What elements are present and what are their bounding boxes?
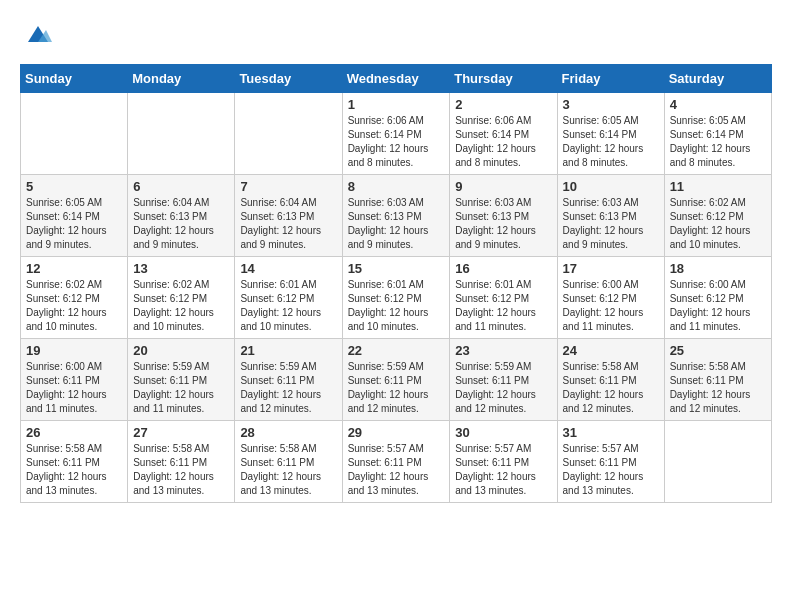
day-number: 5 xyxy=(26,179,122,194)
day-number: 31 xyxy=(563,425,659,440)
day-number: 14 xyxy=(240,261,336,276)
header-row: SundayMondayTuesdayWednesdayThursdayFrid… xyxy=(21,65,772,93)
day-info: Sunrise: 6:01 AM Sunset: 6:12 PM Dayligh… xyxy=(348,278,445,334)
day-number: 16 xyxy=(455,261,551,276)
day-number: 20 xyxy=(133,343,229,358)
day-number: 15 xyxy=(348,261,445,276)
calendar-cell: 26Sunrise: 5:58 AM Sunset: 6:11 PM Dayli… xyxy=(21,421,128,503)
day-info: Sunrise: 5:58 AM Sunset: 6:11 PM Dayligh… xyxy=(670,360,766,416)
day-info: Sunrise: 5:58 AM Sunset: 6:11 PM Dayligh… xyxy=(26,442,122,498)
day-info: Sunrise: 6:01 AM Sunset: 6:12 PM Dayligh… xyxy=(455,278,551,334)
calendar-cell: 9Sunrise: 6:03 AM Sunset: 6:13 PM Daylig… xyxy=(450,175,557,257)
day-info: Sunrise: 6:00 AM Sunset: 6:11 PM Dayligh… xyxy=(26,360,122,416)
week-row-1: 1Sunrise: 6:06 AM Sunset: 6:14 PM Daylig… xyxy=(21,93,772,175)
calendar-cell: 28Sunrise: 5:58 AM Sunset: 6:11 PM Dayli… xyxy=(235,421,342,503)
calendar-cell: 10Sunrise: 6:03 AM Sunset: 6:13 PM Dayli… xyxy=(557,175,664,257)
day-number: 29 xyxy=(348,425,445,440)
calendar-cell: 18Sunrise: 6:00 AM Sunset: 6:12 PM Dayli… xyxy=(664,257,771,339)
day-number: 9 xyxy=(455,179,551,194)
day-number: 28 xyxy=(240,425,336,440)
day-info: Sunrise: 6:06 AM Sunset: 6:14 PM Dayligh… xyxy=(348,114,445,170)
day-info: Sunrise: 5:58 AM Sunset: 6:11 PM Dayligh… xyxy=(563,360,659,416)
calendar-cell: 17Sunrise: 6:00 AM Sunset: 6:12 PM Dayli… xyxy=(557,257,664,339)
calendar-cell: 30Sunrise: 5:57 AM Sunset: 6:11 PM Dayli… xyxy=(450,421,557,503)
day-number: 24 xyxy=(563,343,659,358)
day-info: Sunrise: 6:00 AM Sunset: 6:12 PM Dayligh… xyxy=(563,278,659,334)
calendar-cell: 25Sunrise: 5:58 AM Sunset: 6:11 PM Dayli… xyxy=(664,339,771,421)
day-number: 13 xyxy=(133,261,229,276)
day-header-tuesday: Tuesday xyxy=(235,65,342,93)
calendar-cell: 20Sunrise: 5:59 AM Sunset: 6:11 PM Dayli… xyxy=(128,339,235,421)
day-number: 22 xyxy=(348,343,445,358)
day-info: Sunrise: 6:03 AM Sunset: 6:13 PM Dayligh… xyxy=(348,196,445,252)
day-info: Sunrise: 5:57 AM Sunset: 6:11 PM Dayligh… xyxy=(563,442,659,498)
calendar-cell: 7Sunrise: 6:04 AM Sunset: 6:13 PM Daylig… xyxy=(235,175,342,257)
day-number: 3 xyxy=(563,97,659,112)
day-header-monday: Monday xyxy=(128,65,235,93)
day-number: 8 xyxy=(348,179,445,194)
calendar-cell: 13Sunrise: 6:02 AM Sunset: 6:12 PM Dayli… xyxy=(128,257,235,339)
day-number: 27 xyxy=(133,425,229,440)
day-info: Sunrise: 6:02 AM Sunset: 6:12 PM Dayligh… xyxy=(670,196,766,252)
day-info: Sunrise: 5:57 AM Sunset: 6:11 PM Dayligh… xyxy=(455,442,551,498)
day-info: Sunrise: 6:00 AM Sunset: 6:12 PM Dayligh… xyxy=(670,278,766,334)
day-info: Sunrise: 6:03 AM Sunset: 6:13 PM Dayligh… xyxy=(563,196,659,252)
day-number: 25 xyxy=(670,343,766,358)
day-info: Sunrise: 5:57 AM Sunset: 6:11 PM Dayligh… xyxy=(348,442,445,498)
day-info: Sunrise: 5:59 AM Sunset: 6:11 PM Dayligh… xyxy=(240,360,336,416)
day-info: Sunrise: 5:58 AM Sunset: 6:11 PM Dayligh… xyxy=(240,442,336,498)
calendar-cell: 31Sunrise: 5:57 AM Sunset: 6:11 PM Dayli… xyxy=(557,421,664,503)
calendar-cell: 22Sunrise: 5:59 AM Sunset: 6:11 PM Dayli… xyxy=(342,339,450,421)
day-info: Sunrise: 6:06 AM Sunset: 6:14 PM Dayligh… xyxy=(455,114,551,170)
day-number: 7 xyxy=(240,179,336,194)
calendar-cell: 11Sunrise: 6:02 AM Sunset: 6:12 PM Dayli… xyxy=(664,175,771,257)
calendar-cell: 3Sunrise: 6:05 AM Sunset: 6:14 PM Daylig… xyxy=(557,93,664,175)
logo-icon xyxy=(24,20,52,48)
day-info: Sunrise: 6:05 AM Sunset: 6:14 PM Dayligh… xyxy=(563,114,659,170)
day-info: Sunrise: 6:02 AM Sunset: 6:12 PM Dayligh… xyxy=(26,278,122,334)
day-number: 2 xyxy=(455,97,551,112)
logo xyxy=(20,20,52,48)
calendar-cell: 14Sunrise: 6:01 AM Sunset: 6:12 PM Dayli… xyxy=(235,257,342,339)
day-number: 10 xyxy=(563,179,659,194)
day-number: 19 xyxy=(26,343,122,358)
calendar-cell: 29Sunrise: 5:57 AM Sunset: 6:11 PM Dayli… xyxy=(342,421,450,503)
day-number: 18 xyxy=(670,261,766,276)
day-number: 21 xyxy=(240,343,336,358)
day-info: Sunrise: 5:58 AM Sunset: 6:11 PM Dayligh… xyxy=(133,442,229,498)
calendar-cell: 12Sunrise: 6:02 AM Sunset: 6:12 PM Dayli… xyxy=(21,257,128,339)
day-header-wednesday: Wednesday xyxy=(342,65,450,93)
calendar-cell: 2Sunrise: 6:06 AM Sunset: 6:14 PM Daylig… xyxy=(450,93,557,175)
calendar-cell: 5Sunrise: 6:05 AM Sunset: 6:14 PM Daylig… xyxy=(21,175,128,257)
day-info: Sunrise: 6:04 AM Sunset: 6:13 PM Dayligh… xyxy=(240,196,336,252)
day-info: Sunrise: 6:05 AM Sunset: 6:14 PM Dayligh… xyxy=(26,196,122,252)
calendar-cell xyxy=(664,421,771,503)
day-number: 6 xyxy=(133,179,229,194)
day-info: Sunrise: 6:01 AM Sunset: 6:12 PM Dayligh… xyxy=(240,278,336,334)
day-header-saturday: Saturday xyxy=(664,65,771,93)
day-info: Sunrise: 5:59 AM Sunset: 6:11 PM Dayligh… xyxy=(348,360,445,416)
day-info: Sunrise: 6:03 AM Sunset: 6:13 PM Dayligh… xyxy=(455,196,551,252)
week-row-5: 26Sunrise: 5:58 AM Sunset: 6:11 PM Dayli… xyxy=(21,421,772,503)
calendar-cell: 21Sunrise: 5:59 AM Sunset: 6:11 PM Dayli… xyxy=(235,339,342,421)
week-row-4: 19Sunrise: 6:00 AM Sunset: 6:11 PM Dayli… xyxy=(21,339,772,421)
day-number: 26 xyxy=(26,425,122,440)
day-info: Sunrise: 5:59 AM Sunset: 6:11 PM Dayligh… xyxy=(133,360,229,416)
calendar-cell: 1Sunrise: 6:06 AM Sunset: 6:14 PM Daylig… xyxy=(342,93,450,175)
calendar-cell: 23Sunrise: 5:59 AM Sunset: 6:11 PM Dayli… xyxy=(450,339,557,421)
day-number: 23 xyxy=(455,343,551,358)
day-number: 12 xyxy=(26,261,122,276)
calendar-cell: 4Sunrise: 6:05 AM Sunset: 6:14 PM Daylig… xyxy=(664,93,771,175)
day-number: 30 xyxy=(455,425,551,440)
day-number: 4 xyxy=(670,97,766,112)
week-row-2: 5Sunrise: 6:05 AM Sunset: 6:14 PM Daylig… xyxy=(21,175,772,257)
calendar-cell xyxy=(21,93,128,175)
day-header-sunday: Sunday xyxy=(21,65,128,93)
day-number: 11 xyxy=(670,179,766,194)
week-row-3: 12Sunrise: 6:02 AM Sunset: 6:12 PM Dayli… xyxy=(21,257,772,339)
calendar-cell: 27Sunrise: 5:58 AM Sunset: 6:11 PM Dayli… xyxy=(128,421,235,503)
day-number: 1 xyxy=(348,97,445,112)
header xyxy=(20,20,772,48)
calendar-cell xyxy=(128,93,235,175)
calendar-cell: 24Sunrise: 5:58 AM Sunset: 6:11 PM Dayli… xyxy=(557,339,664,421)
